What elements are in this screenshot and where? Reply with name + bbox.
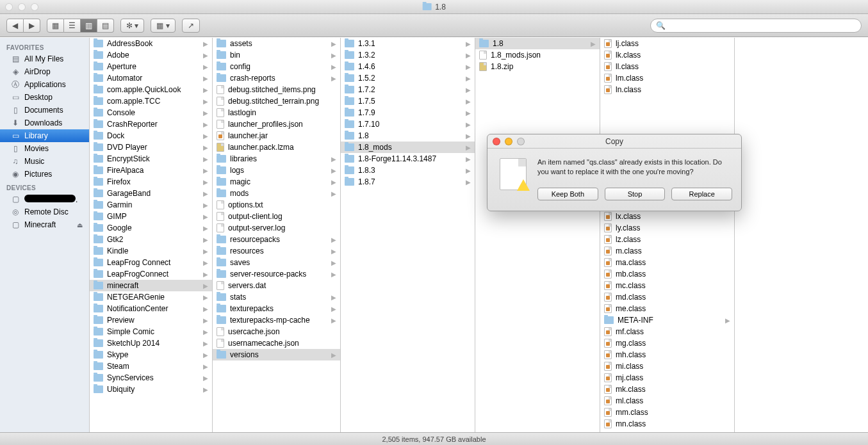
file-row[interactable]: META-INF▶ — [600, 314, 734, 326]
coverflow-view-button[interactable]: ▤ — [97, 19, 114, 33]
file-row[interactable]: debug.stitched_items.png — [213, 84, 340, 95]
file-row[interactable]: NETGEARGenie▶ — [90, 291, 212, 303]
file-row[interactable]: 1.7.9▶ — [341, 107, 475, 118]
file-row[interactable]: launcher.pack.lzma — [213, 142, 340, 153]
file-row[interactable]: Firefox▶ — [90, 176, 212, 188]
file-row[interactable]: 1.8▶ — [475, 38, 600, 49]
sidebar-item-all-my-files[interactable]: ▤All My Files — [0, 53, 89, 65]
file-row[interactable]: Simple Comic▶ — [90, 326, 212, 337]
sidebar-item-pictures[interactable]: ◉Pictures — [0, 168, 89, 181]
file-row[interactable]: usernamecache.json — [213, 337, 340, 349]
minimize-button[interactable] — [18, 3, 26, 11]
file-row[interactable]: ln.class — [600, 84, 734, 95]
file-row[interactable]: mods▶ — [213, 188, 340, 199]
file-row[interactable]: options.txt — [213, 199, 340, 211]
sidebar-item-movies[interactable]: ▯Movies — [0, 142, 89, 155]
sidebar-item-remote-disc[interactable]: ◎Remote Disc — [0, 206, 89, 218]
file-row[interactable]: LeapFrog Connect▶ — [90, 257, 212, 268]
file-row[interactable]: usercache.json — [213, 326, 340, 337]
file-row[interactable]: Preview▶ — [90, 314, 212, 326]
file-row[interactable]: AddressBook▶ — [90, 38, 212, 49]
file-row[interactable]: SyncServices▶ — [90, 372, 212, 384]
file-row[interactable]: Skype▶ — [90, 349, 212, 360]
file-row[interactable]: ma.class — [600, 257, 734, 268]
sidebar-item-airdrop[interactable]: ◈AirDrop — [0, 65, 89, 78]
file-row[interactable]: texturepacks▶ — [213, 303, 340, 314]
file-row[interactable]: magic▶ — [213, 176, 340, 188]
column-view-button[interactable]: ▥ — [81, 19, 97, 33]
file-row[interactable]: Steam▶ — [90, 360, 212, 372]
file-row[interactable]: 1.7.10▶ — [341, 118, 475, 130]
file-row[interactable]: SketchUp 2014▶ — [90, 337, 212, 349]
file-row[interactable]: lz.class — [600, 234, 734, 245]
file-row[interactable]: com.apple.QuickLook▶ — [90, 84, 212, 95]
file-row[interactable]: LeapFrogConnect▶ — [90, 268, 212, 280]
file-row[interactable]: mc.class — [600, 280, 734, 291]
file-row[interactable]: logs▶ — [213, 165, 340, 176]
search-field[interactable]: 🔍 — [650, 19, 862, 33]
file-row[interactable]: 1.8-Forge11.14.3.1487▶ — [341, 153, 475, 165]
file-row[interactable]: 1.8_mods.json — [475, 49, 600, 61]
file-row[interactable]: 1.8.zip — [475, 61, 600, 72]
file-row[interactable]: Console▶ — [90, 107, 212, 118]
list-view-button[interactable]: ☰ — [64, 19, 81, 33]
file-row[interactable]: lk.class — [600, 49, 734, 61]
file-row[interactable]: resourcepacks▶ — [213, 234, 340, 245]
file-row[interactable]: stats▶ — [213, 291, 340, 303]
file-row[interactable]: ml.class — [600, 395, 734, 407]
stop-button[interactable]: Stop — [605, 188, 666, 200]
eject-icon[interactable]: ⏏ — [77, 222, 83, 229]
file-row[interactable]: GarageBand▶ — [90, 188, 212, 199]
arrange-menu-button[interactable]: ▦ ▾ — [151, 19, 175, 33]
file-row[interactable]: FireAlpaca▶ — [90, 165, 212, 176]
sidebar-item-minecraft[interactable]: ▢Minecraft⏏ — [0, 218, 89, 231]
file-row[interactable]: mm.class — [600, 407, 734, 418]
close-button[interactable] — [5, 3, 13, 11]
file-row[interactable]: 1.5.2▶ — [341, 72, 475, 84]
file-row[interactable]: minecraft▶ — [90, 280, 212, 291]
file-row[interactable]: config▶ — [213, 61, 340, 72]
file-row[interactable]: servers.dat — [213, 280, 340, 291]
file-row[interactable]: Garmin▶ — [90, 199, 212, 211]
sidebar-item-desktop[interactable]: ▭Desktop — [0, 91, 89, 104]
file-row[interactable]: ly.class — [600, 222, 734, 234]
file-row[interactable]: output-client.log — [213, 211, 340, 222]
file-row[interactable]: Adobe▶ — [90, 49, 212, 61]
file-row[interactable]: m.class — [600, 245, 734, 257]
file-row[interactable]: mj.class — [600, 372, 734, 384]
sidebar-item-music[interactable]: ♫Music — [0, 155, 89, 168]
file-row[interactable]: 1.4.6▶ — [341, 61, 475, 72]
file-row[interactable]: 1.3.2▶ — [341, 49, 475, 61]
sidebar-item-downloads[interactable]: ⬇Downloads — [0, 117, 89, 129]
file-row[interactable]: 1.8▶ — [341, 130, 475, 142]
file-row[interactable]: server-resource-packs▶ — [213, 268, 340, 280]
file-row[interactable]: texturepacks-mp-cache▶ — [213, 314, 340, 326]
file-row[interactable]: lm.class — [600, 72, 734, 84]
file-row[interactable]: md.class — [600, 291, 734, 303]
file-row[interactable]: 1.8_mods▶ — [341, 142, 475, 153]
file-row[interactable]: com.apple.TCC▶ — [90, 95, 212, 107]
dialog-minimize-button[interactable] — [505, 138, 512, 145]
search-input[interactable] — [668, 22, 856, 29]
file-row[interactable]: mf.class — [600, 326, 734, 337]
file-row[interactable]: mn.class — [600, 418, 734, 430]
forward-button[interactable]: ▶ — [24, 19, 40, 33]
file-row[interactable]: Google▶ — [90, 222, 212, 234]
file-row[interactable]: CrashReporter▶ — [90, 118, 212, 130]
file-row[interactable]: mg.class — [600, 337, 734, 349]
sidebar-item-library[interactable]: ▭Library — [0, 129, 89, 142]
action-menu-button[interactable]: ✻ ▾ — [120, 19, 144, 33]
icon-view-button[interactable]: ▦ — [47, 19, 64, 33]
file-row[interactable]: libraries▶ — [213, 153, 340, 165]
dialog-close-button[interactable] — [493, 138, 500, 145]
file-row[interactable]: lx.class — [600, 211, 734, 222]
file-row[interactable]: mi.class — [600, 360, 734, 372]
file-row[interactable]: lj.class — [600, 38, 734, 49]
file-row[interactable]: Dock▶ — [90, 130, 212, 142]
file-row[interactable]: ll.class — [600, 61, 734, 72]
file-row[interactable]: versions▶ — [213, 349, 340, 360]
file-row[interactable]: NotificationCenter▶ — [90, 303, 212, 314]
file-row[interactable]: EncryptStick▶ — [90, 153, 212, 165]
file-row[interactable]: 1.8.3▶ — [341, 165, 475, 176]
sidebar-item-documents[interactable]: ▯Documents — [0, 104, 89, 117]
